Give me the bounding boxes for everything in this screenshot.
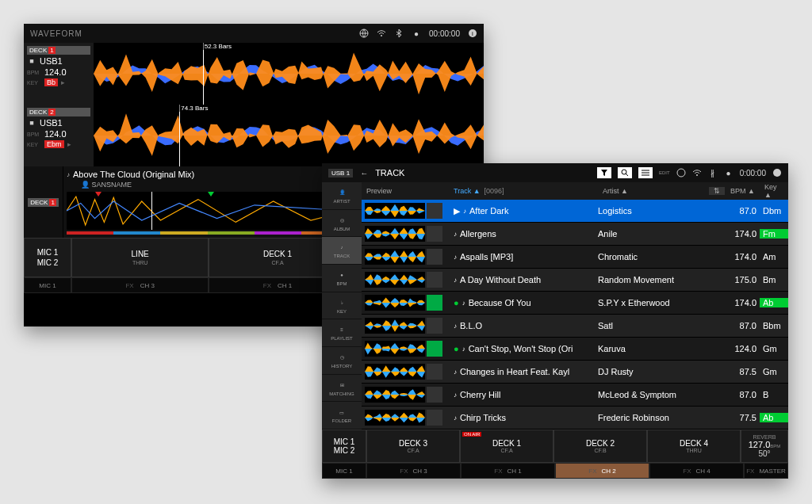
sidebar-item-matching[interactable]: ⊞ MATCHING bbox=[322, 375, 362, 403]
channel-cell[interactable]: DECK 4 THRU bbox=[647, 430, 741, 463]
preview-waveform bbox=[365, 295, 425, 311]
usb-badge[interactable]: USB 1 bbox=[328, 169, 353, 178]
rec-icon[interactable]: ● bbox=[724, 168, 733, 178]
col-key[interactable]: Key ▲ bbox=[760, 183, 788, 199]
channel-cell[interactable]: MIC 1 MIC 2 bbox=[24, 238, 71, 277]
rec-icon[interactable]: ● bbox=[412, 29, 421, 38]
sidebar-item-playlist[interactable]: ≡ PLAYLIST bbox=[322, 319, 362, 347]
deck1-now[interactable]: ♪ Above The Cloud (Original Mix) 01:49 👤… bbox=[63, 166, 352, 238]
album-art bbox=[427, 318, 442, 334]
channel-cell[interactable]: LINE THRU bbox=[71, 238, 209, 277]
wifi-icon[interactable] bbox=[377, 29, 386, 38]
breadcrumb: TRACK bbox=[375, 168, 404, 178]
fx-cell[interactable]: FXCH 3 bbox=[71, 277, 209, 293]
sidebar-item-track[interactable]: ♪ TRACK bbox=[322, 237, 362, 265]
album-art bbox=[427, 387, 442, 403]
info-icon[interactable]: i bbox=[468, 29, 477, 38]
col-preview[interactable]: Preview bbox=[362, 187, 449, 195]
chevron-right-icon[interactable]: ▸ bbox=[61, 78, 65, 86]
sidebar-item-folder[interactable]: ▭ FOLDER bbox=[322, 402, 362, 430]
music-note-icon: ♪ bbox=[454, 414, 457, 422]
fx-cell[interactable]: MIC 1 bbox=[322, 463, 366, 479]
track-bpm: 87.0 bbox=[725, 206, 760, 216]
deck-2-row: DECK2 ■USB1 BPM124.0 KEYEbm▸ 74.3 Bars bbox=[24, 105, 484, 166]
track-artist: S.P.Y x Etherwood bbox=[598, 298, 709, 307]
sidebar-item-album[interactable]: ◎ ALBUM bbox=[322, 210, 362, 238]
track-artist: Random Movement bbox=[598, 275, 709, 284]
bluetooth-icon[interactable]: ∦ bbox=[708, 168, 718, 178]
track-bpm: 87.5 bbox=[725, 367, 760, 376]
music-note-icon: ♪ bbox=[454, 368, 457, 376]
browser-body: 👤 ARTIST ◎ ALBUM ♪ TRACK ● BPM ♭ KEY ≡ P… bbox=[322, 182, 788, 430]
waveform-display[interactable]: 52.3 Bars bbox=[94, 43, 484, 105]
search-icon[interactable] bbox=[618, 167, 632, 178]
wifi-icon[interactable] bbox=[692, 168, 702, 178]
updown-icon[interactable]: ⇅ bbox=[709, 187, 725, 195]
filter-icon[interactable] bbox=[597, 167, 611, 178]
channel-cell[interactable]: MIC 1 MIC 2 bbox=[322, 430, 366, 463]
music-note-icon: ♪ bbox=[462, 300, 465, 307]
track-title: After Dark bbox=[469, 206, 509, 216]
channel-label: DECK 1 bbox=[492, 439, 521, 448]
channel-cell[interactable]: DECK 2 CF.B bbox=[553, 430, 647, 463]
mini-waveform[interactable] bbox=[67, 192, 348, 230]
track-row[interactable]: ▶♪After Dark Logistics 87.0 Dbm bbox=[362, 200, 788, 223]
track-row[interactable]: ♪Chirp Tricks Frederic Robinson 77.5 Ab bbox=[362, 407, 788, 430]
fx-cell[interactable]: FXCH 3 bbox=[366, 463, 461, 479]
track-bpm: 174.0 bbox=[725, 252, 760, 262]
globe-icon[interactable] bbox=[359, 29, 369, 38]
track-key: Bbm bbox=[760, 321, 788, 330]
sidebar-item-key[interactable]: ♭ KEY bbox=[322, 292, 362, 320]
back-icon[interactable]: ← bbox=[359, 168, 369, 178]
globe-icon[interactable] bbox=[676, 168, 686, 178]
track-row[interactable]: ♪Aspalls [MP3] Chromatic 174.0 Am bbox=[362, 246, 788, 269]
track-title: A Day Without Death bbox=[460, 275, 541, 284]
sidebar-item-history[interactable]: ◷ HISTORY bbox=[322, 347, 362, 375]
bpm-label: BPM bbox=[27, 132, 41, 137]
reverb-panel[interactable]: REVERB 127.0BPM 50° bbox=[741, 430, 788, 463]
info-icon[interactable] bbox=[772, 168, 782, 178]
track-row[interactable]: ♪Changes in Heart Feat. Kayl DJ Rusty 87… bbox=[362, 361, 788, 384]
preview-waveform bbox=[365, 226, 425, 242]
album-art bbox=[427, 272, 442, 288]
window-title: WAVEFORM bbox=[30, 29, 82, 38]
status-dot-icon: ● bbox=[454, 344, 459, 353]
fx-cell[interactable]: FXMASTER bbox=[744, 463, 788, 479]
channel-cell[interactable]: DECK 3 CF.A bbox=[366, 430, 460, 463]
col-bpm[interactable]: BPM ▲ bbox=[725, 187, 760, 195]
track-title: Because Of You bbox=[469, 298, 531, 307]
fx-cell[interactable]: MIC 1 bbox=[24, 277, 71, 293]
preview-waveform bbox=[365, 318, 425, 334]
track-row[interactable]: ♪Allergens Anile 174.0 Fm bbox=[362, 223, 788, 246]
track-bpm: 174.0 bbox=[725, 298, 760, 307]
channel-sublabel: CF.A bbox=[500, 448, 512, 453]
track-row[interactable]: ♪A Day Without Death Random Movement 175… bbox=[362, 269, 788, 292]
track-artist: Satl bbox=[598, 321, 709, 330]
track-row[interactable]: ●♪Because Of You S.P.Y x Etherwood 174.0… bbox=[362, 292, 788, 315]
chevron-right-icon[interactable]: ▸ bbox=[67, 140, 71, 148]
col-artist[interactable]: Artist ▲ bbox=[598, 187, 709, 195]
sidebar-item-artist[interactable]: 👤 ARTIST bbox=[322, 182, 362, 210]
browser-window: USB 1 ← TRACK EDIT ∦ ● 0:00:00 👤 ARTIST … bbox=[322, 163, 788, 479]
fx-cell[interactable]: FXCH 2 bbox=[555, 463, 649, 479]
bluetooth-icon[interactable] bbox=[394, 29, 404, 38]
cue-marker bbox=[95, 192, 102, 200]
toolbar: EDIT ∦ ● 0:00:00 bbox=[597, 167, 782, 178]
channel-row: MIC 1 MIC 2 DECK 3 CF.A ON AIR DECK 1 CF… bbox=[322, 430, 788, 463]
track-row[interactable]: ●♪Can't Stop, Won't Stop (Ori Karuva 124… bbox=[362, 338, 788, 361]
sidebar-item-bpm[interactable]: ● BPM bbox=[322, 265, 362, 292]
deck-badge: DECK1 bbox=[28, 198, 59, 207]
track-title: B.L.O bbox=[460, 321, 482, 330]
waveform-display[interactable]: 74.3 Bars bbox=[94, 105, 484, 166]
track-row[interactable]: ♪B.L.O Satl 87.0 Bbm bbox=[362, 315, 788, 338]
track-row[interactable]: ♪Cherry Hill McLeod & Symptom 87.0 B bbox=[362, 384, 788, 407]
channel-label: DECK 1 bbox=[263, 250, 292, 258]
col-track[interactable]: Track ▲ [0096] bbox=[449, 187, 598, 195]
cue-marker bbox=[208, 192, 214, 200]
elapsed-time: 0:00:00 bbox=[740, 169, 766, 178]
fx-cell[interactable]: FXCH 1 bbox=[461, 463, 555, 479]
fx-cell[interactable]: FXCH 4 bbox=[649, 463, 744, 479]
channel-cell[interactable]: ON AIR DECK 1 CF.A bbox=[460, 430, 553, 463]
album-art bbox=[427, 249, 442, 265]
menu-icon[interactable] bbox=[638, 167, 653, 178]
